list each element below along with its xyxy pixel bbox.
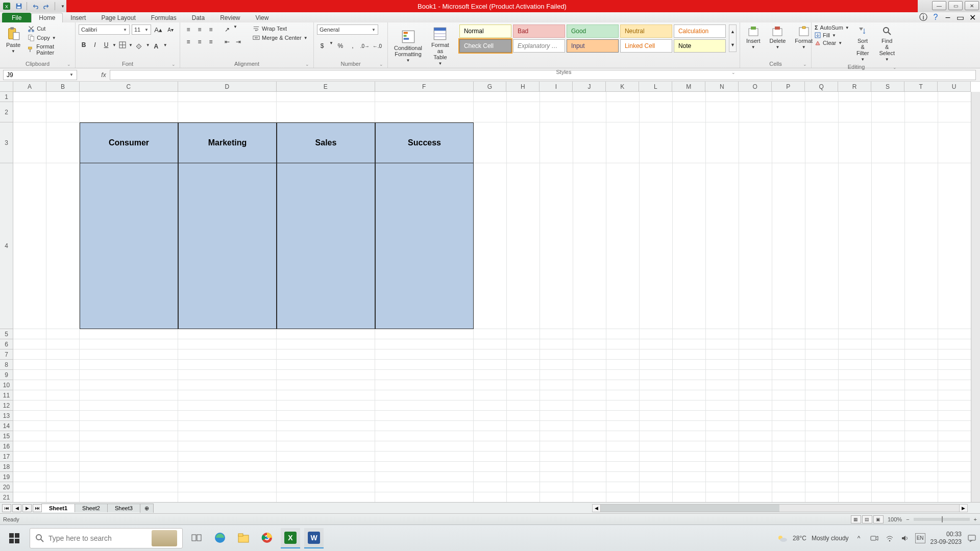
row-header[interactable]: 18 <box>0 462 13 472</box>
paste-button[interactable]: Paste ▼ <box>3 24 23 56</box>
underline-button[interactable]: U <box>101 40 111 50</box>
col-header[interactable]: D <box>178 82 277 91</box>
accounting-format-icon[interactable]: $ <box>317 41 327 51</box>
table-header-cell[interactable]: Success <box>375 122 474 163</box>
grid-cells[interactable]: ConsumerMarketingSalesSuccess <box>13 92 980 502</box>
comma-format-icon[interactable]: , <box>348 41 358 51</box>
table-header-cell[interactable]: Consumer <box>80 122 178 163</box>
col-header[interactable]: M <box>672 82 705 91</box>
selectall-corner[interactable] <box>0 82 13 92</box>
taskbar-search[interactable]: Type here to search <box>30 528 183 548</box>
tab-formulas[interactable]: Formulas <box>143 13 184 22</box>
taskbar-clock[interactable]: 00:33 23-09-2023 <box>930 531 962 545</box>
style-good[interactable]: Good <box>567 24 619 38</box>
percent-format-icon[interactable]: % <box>335 41 346 51</box>
row-header[interactable]: 11 <box>0 390 13 400</box>
view-normal-icon[interactable]: ▦ <box>851 515 861 523</box>
sheet-tab-1[interactable]: Sheet1 <box>41 504 75 512</box>
col-header[interactable]: E <box>277 82 375 91</box>
format-as-table-button[interactable]: Format as Table ▼ <box>428 24 452 68</box>
help-icon[interactable]: ? <box>931 13 940 21</box>
font-size-select[interactable]: 11▼ <box>132 24 151 35</box>
style-input[interactable]: Input <box>567 39 619 53</box>
col-header[interactable]: F <box>375 82 474 91</box>
merge-center-button[interactable]: Merge & Center ▼ <box>252 34 309 42</box>
col-header[interactable]: C <box>80 82 178 91</box>
align-middle-icon[interactable]: ≡ <box>194 24 205 35</box>
task-view-icon[interactable] <box>187 528 206 548</box>
view-page-layout-icon[interactable]: ▤ <box>862 515 872 523</box>
col-header[interactable]: I <box>540 82 573 91</box>
col-header[interactable]: A <box>13 82 46 91</box>
style-check-cell[interactable]: Check Cell <box>459 39 511 53</box>
tray-volume-icon[interactable] <box>900 533 910 543</box>
sheet-tab-3[interactable]: Sheet3 <box>107 504 140 512</box>
conditional-formatting-button[interactable]: Conditional Formatting ▼ <box>391 24 425 68</box>
tray-language-icon[interactable]: EN <box>915 533 925 543</box>
col-header[interactable]: S <box>871 82 904 91</box>
italic-button[interactable]: I <box>90 40 100 50</box>
fill-color-button[interactable] <box>134 40 144 50</box>
chrome-icon[interactable] <box>257 528 277 548</box>
horizontal-scrollbar[interactable]: ◀ ▶ <box>592 504 968 512</box>
increase-decimal-icon[interactable]: .0→ <box>360 41 370 51</box>
ribbon-window-max-icon[interactable]: ▭ <box>955 13 965 21</box>
row-header[interactable]: 17 <box>0 452 13 462</box>
tab-review[interactable]: Review <box>212 13 248 22</box>
align-center-icon[interactable]: ≡ <box>194 37 205 47</box>
find-select-button[interactable]: Find & Select ▼ <box>876 24 898 63</box>
fx-icon[interactable]: fx <box>97 71 110 79</box>
zoom-out-icon[interactable]: − <box>906 516 909 522</box>
clear-button[interactable]: Clear▼ <box>815 40 849 46</box>
row-header[interactable]: 14 <box>0 421 13 431</box>
row-header[interactable]: 5 <box>0 329 13 339</box>
copy-button[interactable]: Copy ▼ <box>27 34 72 42</box>
file-tab[interactable]: File <box>2 13 31 22</box>
table-header-cell[interactable]: Sales <box>277 122 375 163</box>
col-header[interactable]: O <box>739 82 772 91</box>
insert-cells-button[interactable]: Insert ▼ <box>743 24 764 51</box>
autosum-button[interactable]: ΣAutoSum▼ <box>815 24 849 31</box>
view-page-break-icon[interactable]: ▣ <box>873 515 884 523</box>
cut-button[interactable]: Cut <box>27 24 72 33</box>
row-header[interactable]: 8 <box>0 360 13 370</box>
row-header[interactable]: 21 <box>0 492 13 503</box>
hscroll-thumb[interactable] <box>601 505 779 512</box>
col-header[interactable]: B <box>46 82 80 91</box>
row-header[interactable]: 2 <box>0 102 13 122</box>
row-header[interactable]: 12 <box>0 400 13 411</box>
align-right-icon[interactable]: ≡ <box>206 37 216 47</box>
zoom-in-icon[interactable]: + <box>974 516 977 522</box>
style-note[interactable]: Note <box>674 39 726 53</box>
align-top-icon[interactable]: ≡ <box>183 24 193 35</box>
style-neutral[interactable]: Neutral <box>620 24 672 38</box>
row-header[interactable]: 15 <box>0 431 13 441</box>
styles-gallery-more[interactable]: ▲▼ <box>729 24 737 52</box>
row-header[interactable]: 19 <box>0 472 13 482</box>
table-body-cell[interactable] <box>80 163 178 329</box>
row-header[interactable]: 9 <box>0 370 13 380</box>
insert-sheet-icon[interactable]: ⊕ <box>140 504 154 513</box>
row-header[interactable]: 10 <box>0 380 13 390</box>
table-body-cell[interactable] <box>277 163 375 329</box>
col-header[interactable]: G <box>474 82 507 91</box>
table-body-cell[interactable] <box>375 163 474 329</box>
tab-data[interactable]: Data <box>184 13 212 22</box>
close-button[interactable]: ✕ <box>965 1 979 10</box>
style-calculation[interactable]: Calculation <box>674 24 726 38</box>
tab-insert[interactable]: Insert <box>63 13 93 22</box>
row-header[interactable]: 20 <box>0 482 13 492</box>
sheet-prev-icon[interactable]: ◀ <box>12 504 21 512</box>
maximize-button[interactable]: ▭ <box>948 1 963 10</box>
minimize-ribbon-icon[interactable]: ⓘ <box>919 13 928 21</box>
style-linked-cell[interactable]: Linked Cell <box>620 39 672 53</box>
fill-button[interactable]: Fill▼ <box>815 32 849 38</box>
increase-indent-icon[interactable]: ⇥ <box>233 37 243 47</box>
col-header[interactable]: U <box>938 82 971 91</box>
number-format-select[interactable]: General▼ <box>317 24 378 35</box>
ribbon-window-close-icon[interactable]: ✕ <box>968 13 977 21</box>
tray-meet-now-icon[interactable] <box>869 533 879 543</box>
col-header[interactable]: K <box>606 82 639 91</box>
tab-home[interactable]: Home <box>31 13 63 22</box>
name-box[interactable]: J9▼ <box>3 70 77 80</box>
